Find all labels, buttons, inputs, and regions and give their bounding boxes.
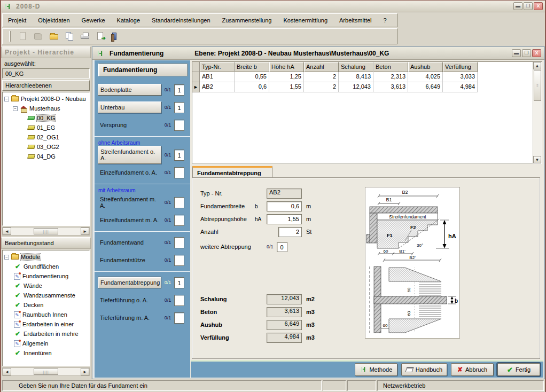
current-row-marker-icon[interactable]: ► — [192, 82, 200, 92]
count-box[interactable]: 1 — [174, 277, 184, 288]
count-box[interactable]: 1 — [174, 102, 184, 113]
module-item[interactable]: ✔Wandzusammenste — [4, 291, 89, 300]
col-typ-nr[interactable]: Typ-Nr. — [200, 62, 235, 72]
hierarchy-hscrollbar[interactable]: ◄ |||| ► — [2, 227, 90, 236]
module-item[interactable]: ✎Fundamentierung — [4, 271, 89, 281]
tree-node-01eg[interactable]: 01_EG — [4, 123, 89, 132]
anzahl-input[interactable] — [278, 227, 302, 237]
window-minimize-button[interactable]: ▬ — [512, 49, 521, 57]
module-item[interactable]: ✔Decken — [4, 300, 89, 310]
tab-fundamentabtreppung[interactable]: Fundamentabtreppung — [192, 166, 272, 178]
scroll-up-icon[interactable]: ▲ — [533, 62, 541, 69]
collapse-icon[interactable]: − — [4, 255, 9, 260]
sidebar-item-unterbau[interactable]: Unterbau 0/1 1 — [98, 101, 188, 114]
tree-node-00kg[interactable]: 00_KG — [4, 113, 89, 123]
minimize-button[interactable]: ▬ — [513, 2, 522, 10]
count-box[interactable] — [174, 197, 184, 208]
module-item[interactable]: ✎Allgemein — [4, 339, 89, 348]
menu-zusammenstellung[interactable]: Zusammenstellung — [222, 17, 272, 23]
menu-kataloge[interactable]: Kataloge — [117, 17, 140, 23]
sidebar-item-streifenfundament-ma[interactable]: Streifenfundament m. A. 0/1 — [98, 196, 188, 209]
window-close-button[interactable]: X — [532, 49, 541, 57]
col-hoehe-ha[interactable]: Höhe hA — [269, 62, 304, 72]
count-box[interactable] — [174, 237, 184, 248]
tree-node-module-root[interactable]: − Module — [4, 252, 89, 262]
print-icon[interactable] — [80, 31, 90, 42]
module-item[interactable]: ✔Wände — [4, 281, 89, 291]
scroll-left-icon[interactable]: ◄ — [3, 228, 11, 235]
col-verfuellung[interactable]: Verfüllung — [443, 62, 478, 72]
abbruch-button[interactable]: ✘ Abbruch — [451, 363, 494, 376]
col-aushub[interactable]: Aushub — [408, 62, 443, 72]
table-row-selected[interactable]: ► AB2 0,6 1,55 2 12,043 3,613 6,649 4,98… — [192, 82, 533, 92]
handbuch-button[interactable]: Handbuch — [401, 363, 447, 376]
fertig-button[interactable]: ✔ Fertig — [497, 363, 540, 376]
sidebar-item-fundamentstuetze[interactable]: Fundamentstütze 0/1 — [98, 254, 188, 266]
row-selector[interactable] — [192, 72, 200, 82]
module-item[interactable]: ✔Innentüren — [4, 348, 89, 358]
count-box[interactable] — [174, 295, 184, 306]
open-folder-icon[interactable] — [49, 31, 59, 42]
tree-node-02og1[interactable]: 02_OG1 — [4, 132, 89, 142]
modules-hscrollbar[interactable]: ◄ |||| ► — [2, 367, 90, 376]
count-box[interactable] — [174, 120, 184, 131]
close-button[interactable]: X — [534, 2, 543, 10]
col-beton[interactable]: Beton — [373, 62, 408, 72]
copy-icon[interactable] — [64, 31, 75, 42]
new-document-icon[interactable] — [18, 31, 28, 42]
scrollbar-thumb[interactable]: ≡ — [534, 70, 541, 101]
module-item[interactable]: ✔Erdarbeiten in mehre — [4, 329, 89, 339]
col-breite-b[interactable]: Breite b — [235, 62, 269, 72]
scroll-right-icon[interactable]: ► — [81, 368, 89, 375]
sidebar-item-tieferfuehrung-oa[interactable]: Tieferführung o. A. 0/1 — [98, 294, 188, 307]
tree-node-project[interactable]: − Projekt 2008-D - Neubau — [4, 94, 89, 104]
scroll-right-icon[interactable]: ► — [81, 228, 89, 235]
col-schalung[interactable]: Schalung — [339, 62, 373, 72]
collapse-icon[interactable]: − — [13, 106, 18, 111]
count-box[interactable] — [174, 312, 184, 324]
maximize-button[interactable]: ❐ — [524, 2, 533, 10]
tree-node-04dg[interactable]: 04_DG — [4, 152, 89, 161]
scroll-down-icon[interactable]: ▼ — [533, 156, 541, 163]
menu-objektdaten[interactable]: Objektdaten — [38, 17, 69, 23]
module-item[interactable]: ✎Raumbuch Innen — [4, 310, 89, 319]
col-anzahl[interactable]: Anzahl — [304, 62, 339, 72]
exit-icon[interactable] — [111, 31, 121, 42]
window-maximize-button[interactable]: ❐ — [522, 49, 531, 57]
open-icon[interactable] — [33, 31, 44, 42]
sidebar-item-tieferfuehrung-ma[interactable]: Tieferführung m. A. 0/1 — [98, 311, 188, 324]
table-vscrollbar[interactable]: ▲ ≡ ▼ — [533, 62, 542, 163]
count-box[interactable]: 1 — [174, 84, 184, 96]
menu-standardeinstellungen[interactable]: Standardeinstellungen — [152, 17, 210, 23]
sidebar-item-bodenplatte[interactable]: Bodenplatte 0/1 1 — [98, 83, 188, 96]
count-box[interactable]: 1 — [174, 150, 184, 161]
scrollbar-thumb[interactable]: |||| — [34, 369, 58, 375]
weitere-abtreppung-box[interactable]: 0 — [277, 242, 287, 252]
count-box[interactable] — [174, 255, 184, 266]
scroll-left-icon[interactable]: ◄ — [3, 368, 11, 375]
count-box[interactable] — [174, 167, 184, 178]
export-icon[interactable]: ➔ — [95, 31, 106, 42]
table-row[interactable]: AB1 0,55 1,25 2 8,413 2,313 4,025 3,033 — [192, 72, 533, 82]
sidebar-item-streifenfundament-oa[interactable]: Streifenfundament o. A. 0/1 1 — [98, 148, 188, 161]
menu-help[interactable]: ? — [384, 17, 387, 23]
sidebar-item-einzelfundament-ma[interactable]: Einzelfundament m. A. 0/1 — [98, 214, 188, 226]
count-box[interactable] — [174, 215, 184, 226]
sidebar-item-fundamentabtreppung[interactable]: Fundamentabtreppung 0/1 1 — [98, 276, 188, 289]
module-item[interactable]: ✔Grundflächen — [4, 262, 89, 271]
scrollbar-thumb[interactable]: |||| — [34, 228, 58, 234]
tree-node-musterhaus[interactable]: − Musterhaus — [4, 104, 89, 113]
tree-node-03og2[interactable]: 03_OG2 — [4, 142, 89, 152]
methode-button[interactable]: H Methode — [355, 363, 397, 376]
menu-arbeitsmittel[interactable]: Arbeitsmittel — [339, 17, 372, 23]
menu-gewerke[interactable]: Gewerke — [82, 17, 105, 23]
module-item[interactable]: ✎Erdarbeiten in einer — [4, 319, 89, 329]
collapse-icon[interactable]: − — [4, 97, 9, 101]
fundamentbreite-input[interactable] — [267, 201, 302, 211]
abtreppungshoehe-input[interactable] — [267, 214, 302, 224]
sidebar-item-versprung[interactable]: Versprung 0/1 — [98, 119, 188, 131]
menu-projekt[interactable]: Projekt — [8, 17, 26, 23]
sidebar-item-fundamentwand[interactable]: Fundamentwand 0/1 — [98, 236, 188, 249]
sidebar-item-einzelfundament-oa[interactable]: Einzelfundament o. A. 0/1 — [98, 166, 188, 179]
menu-kostenermittlung[interactable]: Kostenermittlung — [283, 17, 327, 23]
